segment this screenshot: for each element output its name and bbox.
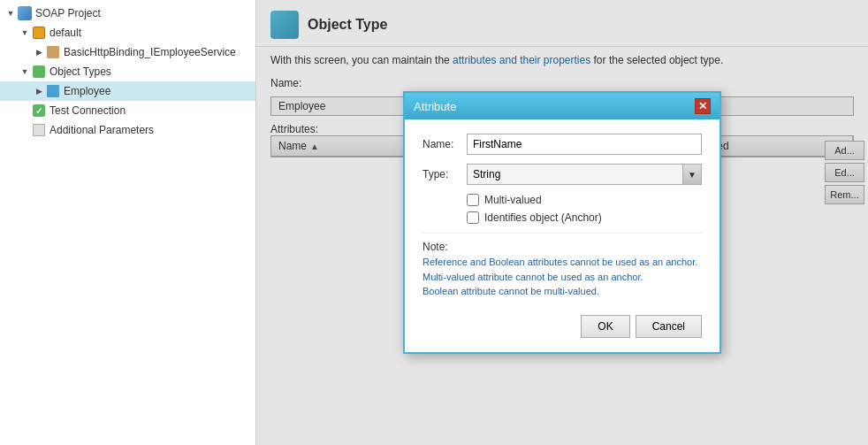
dialog-note: Note: Reference and Boolean attributes c…: [423, 233, 702, 306]
dialog-title: Attribute: [414, 100, 456, 113]
note-title: Note:: [423, 241, 702, 253]
anchor-checkbox[interactable]: [467, 211, 479, 224]
employee-icon: [46, 84, 60, 98]
note-line2: Multi-valued attribute cannot be used as…: [423, 270, 702, 285]
dialog-name-label: Name:: [423, 138, 467, 150]
dialog-type-field: Type: String Integer Boolean Reference D…: [423, 164, 702, 185]
cancel-button[interactable]: Cancel: [636, 315, 702, 338]
sidebar-item-label: BasicHttpBinding_IEmployeeService: [64, 46, 236, 58]
sidebar-item-label: default: [49, 27, 81, 39]
dialog-name-input[interactable]: [467, 134, 702, 155]
dialog-body: Name: Type: String Integer Boolean Refer…: [405, 119, 720, 352]
main-panel: Object Type With this screen, you can ma…: [256, 0, 868, 445]
note-line1: Reference and Boolean attributes cannot …: [423, 255, 702, 270]
sidebar-item-object-types[interactable]: ▼ Object Types: [0, 62, 255, 81]
anchor-checkbox-row: Identifies object (Anchor): [467, 211, 702, 224]
multivalued-checkbox-row: Multi-valued: [467, 194, 702, 206]
types-icon: [32, 65, 46, 79]
tree-arrow: [18, 123, 32, 137]
dialog-overlay: Attribute ✕ Name: Type: String Integer: [256, 0, 868, 445]
sidebar-item-employee[interactable]: ▶ Employee: [0, 81, 255, 101]
sidebar-item-soap-project[interactable]: ▼ SOAP Project: [0, 4, 255, 23]
attribute-dialog: Attribute ✕ Name: Type: String Integer: [403, 91, 721, 354]
sidebar-item-default[interactable]: ▼ default: [0, 23, 255, 42]
dialog-close-button[interactable]: ✕: [695, 98, 711, 114]
test-icon: ✓: [32, 104, 46, 118]
tree-arrow: ▼: [18, 26, 32, 40]
soap-icon: [18, 6, 32, 20]
multivalued-checkbox[interactable]: [467, 194, 479, 206]
sidebar-item-test-connection[interactable]: ✓ Test Connection: [0, 101, 255, 120]
note-body: Reference and Boolean attributes cannot …: [423, 255, 702, 299]
sidebar-item-label: Test Connection: [49, 104, 126, 117]
default-icon: [32, 26, 46, 40]
dialog-type-label: Type:: [423, 168, 467, 180]
ok-button[interactable]: OK: [581, 315, 629, 338]
tree-arrow: ▼: [18, 65, 32, 79]
params-icon: [32, 123, 46, 137]
sidebar-item-label: SOAP Project: [35, 7, 101, 19]
tree-arrow: ▶: [32, 84, 46, 98]
binding-icon: [46, 45, 60, 59]
dialog-type-select-wrapper: String Integer Boolean Reference DateTim…: [467, 164, 702, 185]
dialog-type-select[interactable]: String Integer Boolean Reference DateTim…: [467, 164, 702, 185]
sidebar-item-binding[interactable]: ▶ BasicHttpBinding_IEmployeeService: [0, 42, 255, 62]
tree-arrow: [18, 104, 32, 118]
sidebar-item-label: Object Types: [49, 65, 111, 78]
sidebar: ▼ SOAP Project ▼ default ▶ BasicHttpBind…: [0, 0, 256, 445]
dialog-name-field: Name:: [423, 134, 702, 155]
dialog-buttons: OK Cancel: [423, 306, 702, 338]
note-line3: Boolean attribute cannot be multi-valued…: [423, 284, 702, 299]
tree-arrow: ▼: [4, 6, 18, 20]
sidebar-item-label: Employee: [64, 85, 110, 97]
dialog-titlebar: Attribute ✕: [405, 93, 720, 119]
multivalued-label: Multi-valued: [484, 194, 542, 206]
anchor-label: Identifies object (Anchor): [484, 211, 602, 224]
sidebar-item-additional-params[interactable]: Additional Parameters: [0, 120, 255, 140]
sidebar-item-label: Additional Parameters: [49, 124, 154, 136]
dialog-checkboxes: Multi-valued Identifies object (Anchor): [423, 194, 702, 224]
tree-arrow: ▶: [32, 45, 46, 59]
